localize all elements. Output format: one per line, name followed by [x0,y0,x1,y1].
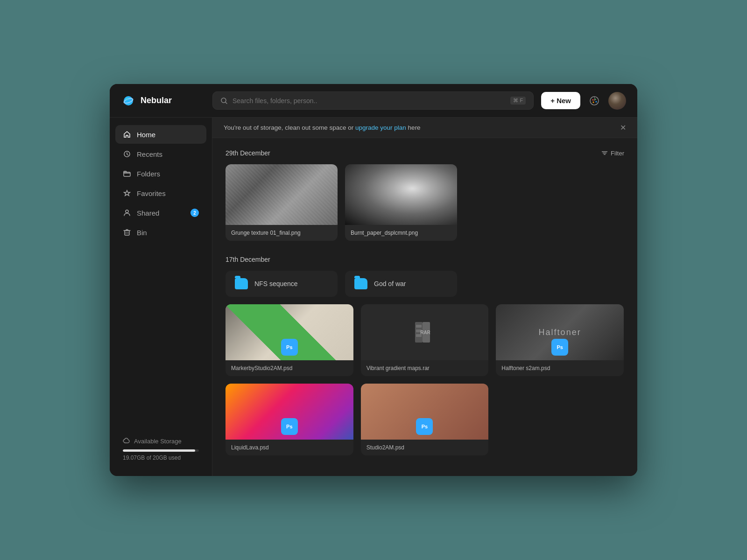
ps2-thumbnail: Ps [361,384,489,440]
shared-badge: 2 [190,209,199,217]
main-content: You're out of storage, clean out some sp… [212,118,637,476]
storage-bar [123,449,199,452]
folders-icon [123,169,131,178]
sidebar-item-home-label: Home [137,131,155,139]
folder-gow[interactable]: God of war [345,271,457,297]
nfs-folder-icon [235,278,248,289]
sidebar-item-favorites[interactable]: Favorites [115,184,206,203]
vibrant-thumbnail: RAR [361,304,489,360]
svg-rect-13 [125,231,129,235]
gow-folder-name: God of war [374,280,406,287]
svg-rect-24 [416,325,422,328]
dec17-file-grid: Ps MarkerbyStudio2AM.psd RAR [226,304,624,455]
ps2-label: Studio2AM.psd [361,440,489,455]
search-icon [220,97,228,105]
palette-button[interactable] [586,92,603,109]
home-icon [123,130,131,139]
halftoner-thumbnail: Ps [496,304,624,360]
banner-close-button[interactable]: ✕ [620,123,626,132]
new-button[interactable]: + New [541,92,580,109]
marker-label: MarkerbyStudio2AM.psd [226,360,353,376]
svg-line-4 [226,102,227,104]
content-area: 29th December Filter [212,138,637,476]
ps-badge-ps2: Ps [416,418,433,435]
recents-icon [123,150,131,158]
file-card-vibrant[interactable]: RAR Vibrant gradient maps.rar [361,304,489,376]
rar-icon: RAR [413,321,436,343]
file-card-grunge[interactable]: Grunge texture 01_final.png [226,164,338,241]
liq-thumbnail: Ps [226,384,353,440]
sidebar-item-home[interactable]: Home [115,125,206,144]
bin-icon [123,228,131,237]
file-card-ps2[interactable]: Ps Studio2AM.psd [361,384,489,455]
file-card-marker[interactable]: Ps MarkerbyStudio2AM.psd [226,304,353,376]
filter-icon [601,150,608,156]
app-window: Nebular ⌘ F + New [110,84,637,476]
ps-badge-halftoner: Ps [551,339,568,356]
sidebar-item-bin[interactable]: Bin [115,223,206,242]
burnt-thumbnail [345,164,457,225]
section-dec17: 17th December NFS sequence God of war [226,256,624,455]
section-dec17-title: 17th December [226,256,270,263]
sidebar-item-shared[interactable]: Shared 2 [115,203,206,222]
svg-rect-26 [416,334,422,337]
upgrade-link[interactable]: upgrade your plan [355,124,406,131]
storage-banner: You're out of storage, clean out some sp… [212,118,637,138]
storage-label-text: Available Storage [134,438,182,445]
logo-area: Nebular [121,93,205,108]
gow-folder-icon [354,278,367,289]
sidebar-item-bin-label: Bin [137,229,147,237]
storage-label-area: Available Storage [123,437,199,445]
svg-point-2 [126,98,128,100]
dec29-image-grid: Grunge texture 01_final.png Burnt_paper_… [226,164,624,241]
search-shortcut: ⌘ F [510,97,526,105]
logo-icon [121,93,136,108]
grunge-thumbnail [226,164,338,225]
avatar[interactable] [608,92,626,110]
sidebar-item-recents-label: Recents [137,150,162,158]
sidebar-item-folders[interactable]: Folders [115,164,206,183]
palette-icon [589,96,599,106]
file-card-halftoner[interactable]: Ps Halftoner s2am.psd [496,304,624,376]
storage-used-text: 19.07GB of 20GB used [123,455,199,461]
svg-point-12 [126,210,128,213]
search-bar[interactable]: ⌘ F [212,91,534,110]
svg-point-9 [593,101,594,103]
nfs-folder-name: NFS sequence [254,280,298,287]
vibrant-label: Vibrant gradient maps.rar [361,360,489,376]
app-body: Home Recents Folders [110,118,637,476]
favorites-icon [123,189,131,197]
burnt-label: Burnt_paper_dsplcmnt.png [345,225,457,241]
storage-fill [123,449,195,452]
storage-section: Available Storage 19.07GB of 20GB used [115,430,206,469]
folder-row: NFS sequence God of war [226,271,624,297]
liq-label: LiquidLava.psd [226,440,353,455]
sidebar: Home Recents Folders [110,118,212,476]
section-dec29: 29th December Filter [226,149,624,241]
filter-label: Filter [611,150,624,157]
svg-point-6 [592,99,594,100]
svg-point-8 [596,101,597,102]
folder-nfs[interactable]: NFS sequence [226,271,338,297]
cloud-icon [123,437,130,445]
svg-rect-25 [416,329,422,332]
file-card-liq[interactable]: Ps LiquidLava.psd [226,384,353,455]
app-name: Nebular [141,96,172,105]
grunge-label: Grunge texture 01_final.png [226,225,338,241]
section-dec17-header: 17th December [226,256,624,263]
sidebar-item-favorites-label: Favorites [137,189,166,197]
banner-message: You're out of storage, clean out some sp… [224,124,421,131]
header: Nebular ⌘ F + New [110,84,637,118]
avatar-image [608,92,626,110]
section-dec29-header: 29th December Filter [226,149,624,157]
search-input[interactable] [233,97,506,105]
ps-badge-liq: Ps [281,418,298,435]
marker-thumbnail: Ps [226,304,353,360]
sidebar-item-shared-label: Shared [137,209,159,217]
sidebar-item-recents[interactable]: Recents [115,145,206,163]
filter-button[interactable]: Filter [601,150,624,157]
section-dec29-title: 29th December [226,149,270,157]
header-actions: + New [541,92,626,110]
svg-text:RAR: RAR [421,330,431,335]
file-card-burnt[interactable]: Burnt_paper_dsplcmnt.png [345,164,457,241]
